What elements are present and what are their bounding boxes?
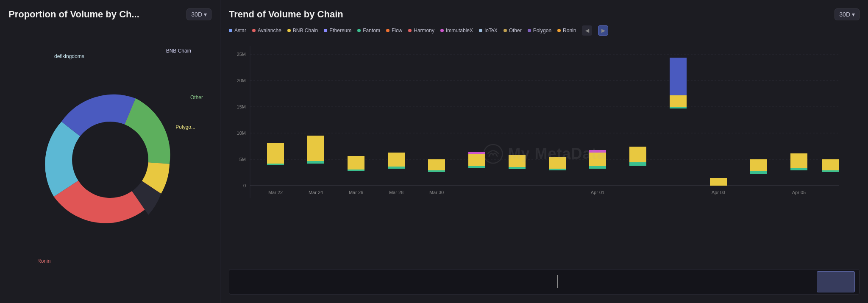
bar-mar28-bnb [509, 155, 526, 167]
bar-mar25-bnb [388, 153, 405, 167]
left-period-selector[interactable]: 30D ▾ [186, 8, 211, 20]
bar-mar27-immutable [468, 152, 485, 154]
legend-item-ronin: Ronin [557, 28, 576, 33]
svg-text:Mar 24: Mar 24 [309, 190, 323, 195]
right-panel: Trend of Volume by Chain 30D ▾ Astar Ava… [220, 0, 868, 303]
left-period-label: 30D [191, 11, 202, 18]
legend-item-other: Other [504, 28, 522, 33]
legend-dot-iotex [479, 29, 482, 32]
left-panel: Proportion of Volume by Ch... 30D ▾ [0, 0, 220, 303]
legend-item-iotex: IoTeX [479, 28, 498, 33]
minimap-spike [557, 275, 558, 288]
legend-item-avalanche: Avalanche [252, 28, 281, 33]
bar-mar30-bnb [589, 153, 606, 166]
bar-apr05-fantom [822, 170, 839, 172]
donut-chart-container: defikingdoms BNB Chain Other Polygo... R… [8, 25, 211, 295]
donut-label-ronin: Ronin [37, 258, 50, 264]
left-panel-header: Proportion of Volume by Ch... 30D ▾ [8, 8, 211, 20]
minimap-thumb[interactable] [817, 271, 855, 292]
bar-mar25-fantom [388, 167, 405, 169]
bar-mar23-bnb [307, 136, 324, 161]
donut-label-defikingdoms: defikingdoms [54, 53, 84, 59]
legend-label-iotex: IoTeX [484, 28, 498, 33]
legend-label-bnbchain: BNB Chain [293, 28, 318, 33]
donut-chart-svg [30, 79, 191, 240]
donut-label-bnbchain: BNB Chain [166, 48, 191, 54]
legend-item-harmony: Harmony [408, 28, 434, 33]
bar-mar27-bnb [468, 154, 485, 166]
svg-text:5M: 5M [239, 157, 246, 162]
bar-chart-svg: 25M 20M 15M 10M 5M 0 Mar 22 M [229, 42, 860, 220]
legend-dot-fantom [357, 29, 361, 32]
svg-text:20M: 20M [237, 78, 246, 83]
right-panel-title: Trend of Volume by Chain [229, 9, 343, 20]
legend-label-polygon: Polygon [533, 28, 551, 33]
legend-dot-ethereum [324, 29, 327, 32]
bar-mar31-fantom [629, 162, 646, 166]
bar-apr01-fantom [670, 107, 687, 108]
legend-next-arrow[interactable]: ▶ [598, 25, 608, 36]
legend-label-harmony: Harmony [414, 28, 434, 33]
bar-mar24-bnb [348, 156, 364, 170]
svg-text:Apr 01: Apr 01 [591, 190, 604, 195]
chevron-down-icon: ▾ [204, 11, 207, 18]
legend-dot-bnbchain [287, 29, 291, 32]
chart-minimap[interactable] [229, 269, 860, 295]
right-panel-header: Trend of Volume by Chain 30D ▾ [229, 8, 860, 20]
legend-prev-arrow[interactable]: ◀ [582, 25, 592, 36]
left-panel-title: Proportion of Volume by Ch... [8, 9, 139, 20]
bar-apr04-fantom [790, 168, 807, 170]
legend-label-avalanche: Avalanche [258, 28, 281, 33]
legend-item-ethereum: Ethereum [324, 28, 351, 33]
bar-mar23-fantom [307, 161, 324, 164]
bar-apr04-bnb [790, 153, 807, 168]
bar-mar22-bnb [267, 143, 284, 164]
bar-apr03-fantom [750, 171, 767, 174]
legend-dot-ronin [557, 29, 561, 32]
bar-mar28-fantom [509, 167, 526, 169]
legend-dot-other [504, 29, 507, 32]
bar-apr01-bnb [670, 95, 687, 107]
bar-mar26-fantom [428, 170, 445, 172]
donut-hole [72, 122, 148, 198]
legend-item-bnbchain: BNB Chain [287, 28, 318, 33]
legend-dot-flow [386, 29, 389, 32]
legend-dot-astar [229, 29, 232, 32]
legend-item-flow: Flow [386, 28, 402, 33]
legend-label-ronin: Ronin [563, 28, 576, 33]
chart-legend: Astar Avalanche BNB Chain Ethereum Fanto… [229, 25, 860, 36]
donut-label-other: Other [190, 95, 203, 100]
bar-apr02-bnb [710, 178, 727, 186]
bar-mar29-bnb [549, 157, 566, 169]
svg-text:Mar 26: Mar 26 [349, 190, 363, 195]
legend-label-fantom: Fantom [363, 28, 380, 33]
legend-label-immutablex: ImmutableX [446, 28, 473, 33]
bar-mar24-fantom [348, 170, 364, 171]
legend-item-astar: Astar [229, 28, 246, 33]
bar-apr05-bnb [822, 159, 839, 170]
legend-item-fantom: Fantom [357, 28, 380, 33]
svg-text:10M: 10M [237, 131, 246, 136]
bar-mar31-bnb [629, 147, 646, 162]
legend-item-polygon: Polygon [528, 28, 551, 33]
legend-item-immutablex: ImmutableX [440, 28, 473, 33]
svg-text:Apr 05: Apr 05 [792, 190, 806, 195]
bar-mar30-fantom [589, 166, 606, 169]
right-period-selector[interactable]: 30D ▾ [835, 8, 860, 20]
legend-dot-avalanche [252, 29, 256, 32]
right-period-label: 30D [839, 11, 850, 18]
donut-label-polygon: Polygo... [175, 124, 195, 130]
svg-text:Mar 22: Mar 22 [268, 190, 283, 195]
legend-dot-immutablex [440, 29, 444, 32]
svg-text:Mar 30: Mar 30 [429, 190, 444, 195]
legend-label-astar: Astar [234, 28, 246, 33]
legend-dot-harmony [408, 29, 412, 32]
svg-text:25M: 25M [237, 52, 246, 57]
legend-label-other: Other [509, 28, 522, 33]
bar-mar29-fantom [549, 169, 566, 170]
bar-mar30-immutable [589, 150, 606, 153]
svg-text:Apr 03: Apr 03 [712, 190, 725, 195]
chevron-down-icon-right: ▾ [852, 11, 855, 18]
svg-text:15M: 15M [237, 104, 246, 109]
bar-chart-area: My MetaData 25M 20M 15M 10M 5M 0 [229, 42, 860, 266]
